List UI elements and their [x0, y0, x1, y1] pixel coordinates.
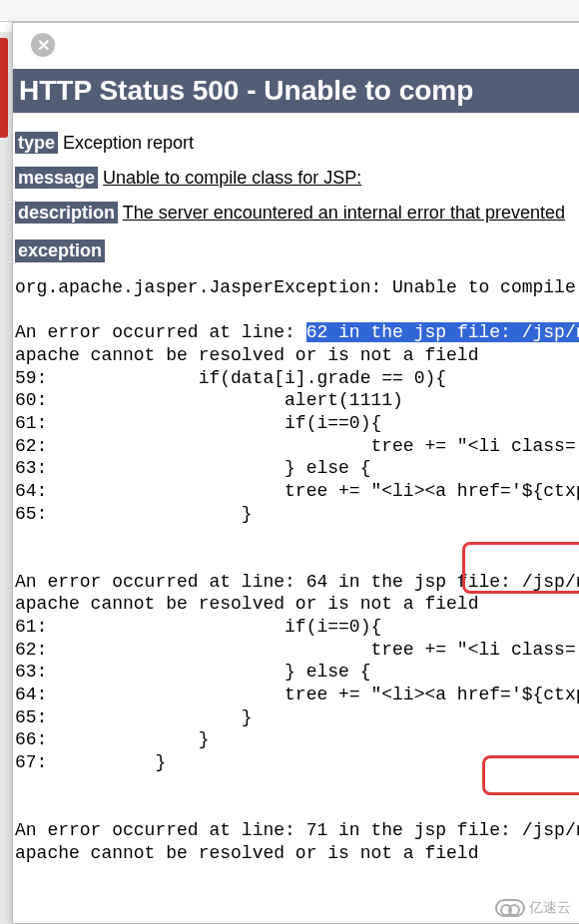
side-tab-indicator [0, 38, 8, 138]
error-popup: ✕ HTTP Status 500 - Unable to comp type … [12, 22, 579, 924]
exception-label: exception [15, 239, 105, 262]
description-label: description [15, 202, 118, 224]
type-label: type [15, 132, 58, 154]
highlighted-error-line: 62 in the jsp file: /jsp/newfr [306, 322, 579, 342]
error-content: HTTP Status 500 - Unable to comp type Ex… [13, 69, 579, 864]
stack-trace-1: org.apache.jasper.JasperException: Unabl… [13, 276, 579, 864]
meta-type: type Exception report [13, 133, 579, 154]
watermark-text: 亿速云 [529, 899, 571, 917]
type-value: Exception report [63, 133, 194, 153]
message-value: Unable to compile class for JSP: [103, 168, 361, 188]
watermark-icon [495, 899, 525, 917]
browser-top-bar [0, 0, 579, 22]
meta-description: description The server encountered an in… [13, 203, 579, 224]
description-value: The server encountered an internal error… [123, 203, 565, 223]
close-icon[interactable]: ✕ [31, 33, 55, 57]
meta-message: message Unable to compile class for JSP: [13, 168, 579, 189]
message-label: message [15, 167, 98, 189]
watermark: 亿速云 [495, 899, 571, 917]
status-title: HTTP Status 500 - Unable to comp [13, 69, 579, 113]
